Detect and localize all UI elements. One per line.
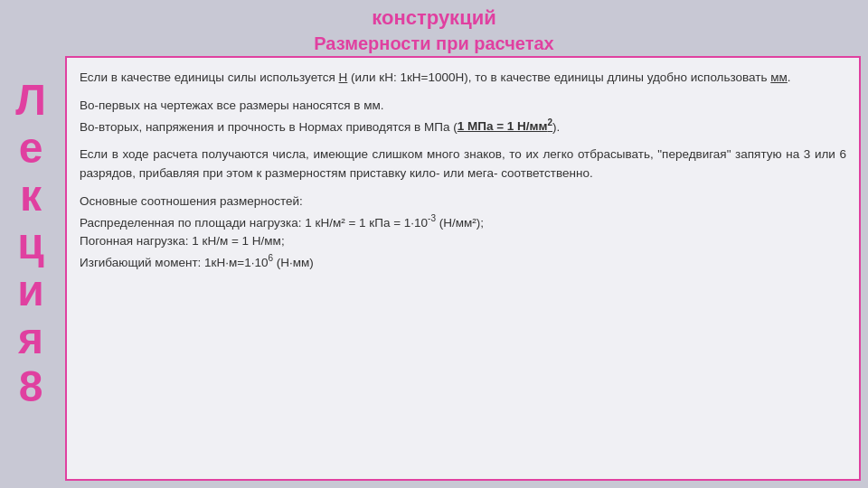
letter-l: Л [15, 77, 46, 125]
paragraph-4: Основные соотношения размерностей: Распр… [80, 192, 846, 273]
letter-i: и [17, 267, 44, 315]
sidebar-letters: Л е к ц и я 8 [0, 0, 61, 488]
title-line2: Размерности при расчетах [72, 32, 796, 55]
letter-k: к [20, 173, 42, 221]
letter-ts: ц [17, 221, 44, 268]
letter-e: е [19, 125, 43, 173]
page-container: конструкций Размерности при расчетах Л е… [0, 0, 868, 488]
paragraph-1: Если в качестве единицы силы используетс… [80, 69, 846, 88]
letter-8: 8 [19, 363, 43, 411]
content-box: Если в качестве единицы силы используетс… [65, 56, 861, 481]
letter-ya: я [18, 315, 43, 363]
paragraph-2: Во-первых на чертежах все размеры нанося… [80, 97, 846, 136]
paragraph-3: Если в ходе расчета получаются числа, им… [80, 145, 846, 183]
header-area: конструкций Размерности при расчетах [0, 0, 868, 61]
title-line1: конструкций [72, 5, 796, 32]
